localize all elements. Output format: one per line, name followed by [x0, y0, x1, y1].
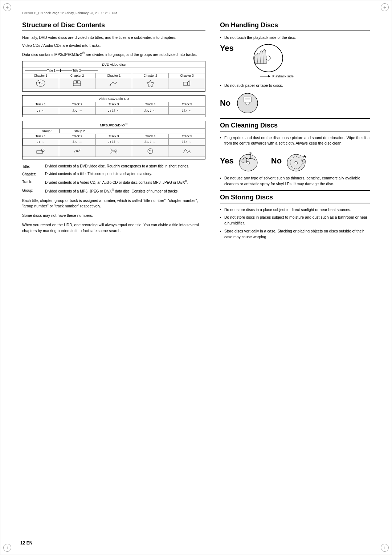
dvd-chapter-images [23, 78, 205, 89]
videocd-title: Video CD/Audio CD [23, 96, 205, 102]
mp3-note-1: ♩♪ ～ [23, 139, 59, 146]
mp3-img-5 [168, 146, 205, 157]
glossary-desc-chapter: Divided contents of a title. This corres… [45, 171, 205, 177]
mp3-img-3 [95, 146, 132, 157]
glossary-term-chapter: Chapter: [22, 171, 42, 177]
videocd-diagram: Video CD/Audio CD Track 1 Track 2 Track … [22, 95, 205, 117]
glossary-term-group: Group: [22, 188, 42, 193]
chapter-1: Chapter 1 [23, 73, 59, 78]
dvd-img-4 [132, 78, 169, 89]
cleaning-bullet-1: Fingerprints and dust on the disc cause … [220, 135, 370, 147]
mp3-img-2 [59, 146, 96, 157]
cleaning-yes-no-section: Yes No [220, 150, 370, 172]
page: E3B90ED_EN.book Page 12 Friday, February… [0, 0, 392, 555]
dvd-title2: Title 2 [73, 69, 81, 72]
dvd-img-2 [59, 78, 96, 89]
mp3-note-4: ♩♪♩♩ ～ [132, 139, 168, 146]
handling-bullet-1: Do not touch the playback side of the di… [220, 35, 370, 41]
cleaning-no-label: No [271, 156, 282, 166]
yes-label: Yes [220, 44, 234, 53]
mp3-track-1: Track 1 [23, 134, 59, 138]
structure-title: Structure of Disc Contents [22, 21, 205, 31]
no-disc-illustration [236, 92, 260, 115]
svg-point-1 [38, 82, 40, 83]
right-column: On Handling Discs Do not touch the playb… [220, 21, 370, 242]
header-text: E3B90ED_EN.book Page 12 Friday, February… [22, 11, 117, 15]
glossary-term-track: Track: [22, 179, 42, 185]
note-2: ♩♪♩ ～ [59, 107, 95, 115]
mp3-note-5: ♩♩♪ ～ [169, 139, 205, 146]
dvd-title1: Title 1 [47, 69, 56, 72]
svg-point-14 [148, 149, 153, 154]
glossary-chapter: Chapter: Divided contents of a title. Th… [22, 171, 205, 177]
playback-side-container: Playback side [260, 73, 294, 79]
cleaning-bullet-2: Do not use any type of solvent such as t… [220, 175, 370, 187]
mp3-img-1 [23, 146, 59, 157]
storing-bullet-2: Do not store discs in places subject to … [220, 215, 370, 226]
chapter-4: Chapter 2 [132, 73, 169, 78]
header-bar: E3B90ED_EN.book Page 12 Friday, February… [15, 11, 377, 15]
mp3-img-4 [132, 146, 169, 157]
svg-point-31 [295, 161, 298, 164]
mp3-image-row [23, 146, 205, 157]
paragraph-2: Some discs may not have these numbers. [22, 213, 205, 219]
mp3-track-2: Track 2 [59, 134, 96, 138]
svg-marker-8 [188, 81, 190, 85]
note-5: ♩♩♪ ～ [169, 107, 205, 115]
cleaning-yes-label: Yes [220, 156, 234, 166]
cleaning-title: On Cleaning Discs [220, 122, 370, 131]
page-number: 12 EN [20, 540, 32, 546]
svg-point-16 [266, 56, 270, 60]
track-3: Track 3 [96, 102, 132, 106]
paragraph-3: When you record on the HDD, one recordin… [22, 222, 205, 234]
glossary-term-title: Title: [22, 164, 42, 169]
glossary-table: Title: Divided contents of a DVD video d… [22, 164, 205, 194]
section-divider-2 [220, 190, 370, 191]
cleaning-yes-item: Yes [220, 150, 260, 172]
intro-text-1: Normally, DVD video discs are divided in… [22, 35, 205, 41]
note-4: ♩♪♩♩ ～ [132, 107, 168, 115]
cleaning-no-item: No [271, 150, 308, 172]
track-2: Track 2 [59, 102, 96, 106]
chapter-2: Chapter 2 [59, 73, 96, 78]
svg-rect-7 [183, 82, 188, 85]
mp3-track-4: Track 4 [132, 134, 169, 138]
dvd-diagram: DVD video disc Title 1 Title 2 [22, 61, 205, 92]
glossary-track: Track: Divided contents of a Video CD, a… [22, 179, 205, 186]
chapter-5: Chapter 3 [169, 73, 205, 78]
music-notes: ♩♪ ～ ♩♪♩ ～ ♩♪♩♩ ～ ♩♪♩♩ ～ ♩♩♪ ～ [23, 107, 205, 115]
content-area: Structure of Disc Contents Normally, DVD… [15, 21, 377, 242]
mp3-note-3: ♩♪♩♩ ～ [96, 139, 132, 146]
note-1: ♩♪ ～ [23, 107, 59, 115]
track-5: Track 5 [169, 102, 205, 106]
glossary-desc-title: Divided contents of a DVD video disc. Ro… [45, 164, 205, 169]
glossary-title: Title: Divided contents of a DVD video d… [22, 164, 205, 169]
cleaning-yes-illustration [237, 150, 260, 172]
glossary-group: Group: Divided contents of a MP3, JPEG o… [22, 188, 205, 194]
note-3: ♩♪♩♩ ～ [96, 107, 132, 115]
corner-mark-br [381, 544, 389, 552]
storing-bullet-3: Store discs vertically in a case. Stacki… [220, 228, 370, 240]
mp3-group1: Group 1 [42, 129, 53, 133]
track-1: Track 1 [23, 102, 59, 106]
dvd-img-3 [95, 78, 132, 89]
mp3-group2: Group 2 [74, 129, 85, 133]
track-4: Track 4 [132, 102, 169, 106]
cleaning-no-illustration [285, 150, 308, 172]
playback-arrow [260, 73, 271, 79]
mp3-track-3: Track 3 [96, 134, 132, 138]
corner-mark-tr [381, 3, 389, 11]
intro-text-2: Video CDs / Audio CDs are divided into t… [22, 43, 205, 49]
intro-text-3: Data disc contains MP3/JPEG/DivX® are di… [22, 51, 205, 57]
handling-title: On Handling Discs [220, 21, 370, 31]
playback-side-label: Playback side [272, 74, 294, 78]
handling-yes-section: Yes [220, 44, 370, 81]
storing-title: On Storing Discs [220, 194, 370, 203]
handling-no-section: No [220, 92, 370, 115]
mp3-title: MP3/JPEG/DivX® [23, 121, 205, 129]
mp3-diagram: MP3/JPEG/DivX® Group 1 Group 2 [22, 121, 205, 159]
svg-point-4 [76, 81, 78, 83]
no-label: No [220, 98, 230, 108]
glossary-desc-group: Divided contents of a MP3, JPEG or DivX®… [45, 188, 205, 194]
mp3-note-2: ♩♪♩ ～ [59, 139, 95, 146]
